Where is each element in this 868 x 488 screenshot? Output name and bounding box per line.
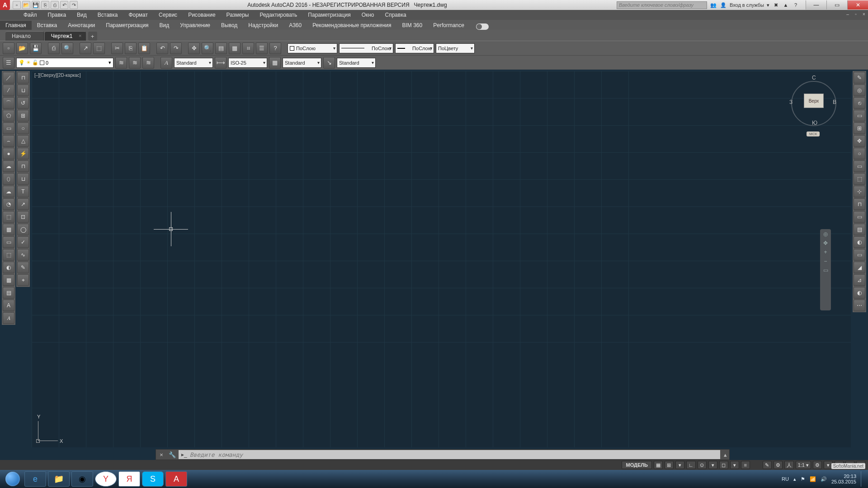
cut-button[interactable]: ✂	[111, 42, 123, 54]
open-button[interactable]: 📂	[16, 42, 28, 54]
minimize-button[interactable]: —	[806, 0, 826, 9]
ribbon-min-toggle[interactable]	[476, 23, 489, 30]
3dprint-button[interactable]: ⬚	[93, 42, 105, 54]
new-button[interactable]: ▫	[3, 42, 14, 54]
qat-save-icon[interactable]: 💾	[32, 1, 40, 9]
ribbon-tab-3[interactable]: Параметризация	[100, 21, 154, 30]
modify-tool-6[interactable]: ⚡	[17, 148, 29, 160]
doc-tab-close-icon[interactable]: ×	[79, 33, 81, 38]
modify-tool-9[interactable]: T	[17, 186, 29, 197]
calc-button[interactable]: ⌗	[242, 42, 254, 54]
mdi-minimize-icon[interactable]: –	[844, 11, 851, 17]
right-tool-11[interactable]: ▭	[854, 211, 865, 223]
layer-state-button[interactable]: ≋	[142, 57, 154, 69]
start-button[interactable]	[3, 471, 23, 487]
annoscale-button[interactable]: 1:1 ▾	[796, 461, 811, 469]
navigation-bar[interactable]: ◎ ✥ + − ▭	[820, 229, 831, 310]
modify-tool-1[interactable]: ⊔	[17, 84, 29, 96]
ribbon-tab-8[interactable]: A360	[283, 21, 307, 30]
ribbon-tab-7[interactable]: Надстройки	[243, 21, 283, 30]
tray-flag-icon[interactable]: ⚑	[801, 476, 805, 482]
right-tool-1[interactable]: ◎	[854, 84, 865, 96]
doc-tab-0[interactable]: Начало	[5, 31, 44, 41]
right-tool-12[interactable]: ▤	[854, 224, 865, 235]
mleader-style-button[interactable]: ↘	[323, 57, 335, 69]
draw-tool-10[interactable]: ◔	[3, 198, 14, 210]
draw-tool-4[interactable]: ▭	[3, 122, 14, 134]
right-tool-15[interactable]: ◢	[854, 262, 865, 273]
redo-button[interactable]: ↷	[170, 42, 182, 54]
modify-tool-0[interactable]: ⊓	[17, 72, 29, 84]
qat-print-icon[interactable]: ⎙	[51, 1, 59, 9]
right-tool-9[interactable]: ⊹	[854, 186, 865, 197]
sheetset-button[interactable]: ▤	[215, 42, 227, 54]
tool-palette-button[interactable]: ▦	[229, 42, 241, 54]
right-tool-2[interactable]: ⎋	[854, 97, 865, 109]
command-line[interactable]: × 🔧 ▸_ Введите команду ▴	[156, 449, 730, 460]
ribbon-tab-9[interactable]: Рекомендованные приложения	[307, 21, 396, 30]
draw-tool-1[interactable]: ∕	[3, 84, 14, 96]
nav-zoom-icon[interactable]: +	[824, 249, 827, 255]
taskbar-app-explorer[interactable]: 📁	[48, 471, 70, 487]
linetype-combo[interactable]: ПоСлою	[339, 43, 393, 53]
mleader-style-combo[interactable]: Standard	[337, 58, 376, 68]
taskbar-app-skype[interactable]: S	[142, 471, 164, 487]
draw-tool-12[interactable]: ▦	[3, 224, 14, 235]
qat-saveas-icon[interactable]: ⎘	[41, 1, 49, 9]
menu-справка[interactable]: Справка	[380, 12, 412, 18]
draw-tool-0[interactable]: ／	[3, 72, 14, 84]
gear-toggle[interactable]: ⚙	[813, 461, 822, 469]
modify-tool-11[interactable]: ⊡	[17, 211, 29, 223]
draw-tool-17[interactable]: ▤	[3, 287, 14, 299]
app-logo-icon[interactable]: A	[0, 0, 10, 10]
menu-формат[interactable]: Формат	[123, 12, 153, 18]
modify-tool-10[interactable]: ↗	[17, 198, 29, 210]
menu-окно[interactable]: Окно	[356, 12, 380, 18]
lang-indicator[interactable]: RU	[782, 476, 789, 482]
exchange-icon[interactable]: ✖	[772, 1, 779, 9]
draw-tool-19[interactable]: 𝐴	[3, 312, 14, 324]
layer-iso-button[interactable]: ≋	[115, 57, 127, 69]
compass-north[interactable]: С	[812, 75, 816, 81]
tray-volume-icon[interactable]: 🔊	[821, 476, 827, 482]
ortho-toggle[interactable]: ∟	[686, 461, 696, 469]
draw-tool-6[interactable]: ●	[3, 148, 14, 160]
polar-toggle[interactable]: ⊙	[698, 461, 707, 469]
right-tool-14[interactable]: ▭	[854, 249, 865, 261]
qp-toggle[interactable]: ✎	[763, 461, 772, 469]
infocenter-icon[interactable]: 👥	[710, 1, 717, 9]
menu-сервис[interactable]: Сервис	[153, 12, 183, 18]
signin-link[interactable]: Вход в службы	[730, 2, 764, 8]
draw-tool-16[interactable]: ▦	[3, 274, 14, 286]
mdi-restore-icon[interactable]: ▫	[853, 11, 859, 17]
help-icon[interactable]: ?	[792, 1, 799, 9]
taskbar-app-ya[interactable]: Я	[118, 471, 140, 487]
qat-new-icon[interactable]: ▫	[13, 1, 21, 9]
steering-wheel-icon[interactable]: ◎	[823, 231, 828, 237]
compass-south[interactable]: Ю	[812, 120, 817, 126]
status-dd1[interactable]: ▾	[675, 461, 684, 469]
menu-правка[interactable]: Правка	[42, 12, 72, 18]
right-tool-18[interactable]: ⋯	[854, 300, 865, 311]
modify-tool-8[interactable]: ⊔	[17, 173, 29, 185]
help-search-input[interactable]: Введите ключевое слово/фразу	[617, 1, 707, 9]
compass-west[interactable]: З	[789, 99, 793, 105]
right-tool-17[interactable]: ◐	[854, 287, 865, 299]
layer-prev-button[interactable]: ≋	[129, 57, 141, 69]
ribbon-tab-2[interactable]: Аннотации	[62, 21, 100, 30]
right-tool-0[interactable]: ✎	[854, 72, 865, 84]
draw-tool-14[interactable]: ⬚	[3, 249, 14, 261]
right-tool-10[interactable]: ⊓	[854, 198, 865, 210]
properties-button[interactable]: ☰	[256, 42, 268, 54]
taskbar-app-autocad[interactable]: A	[165, 471, 187, 487]
draw-tool-11[interactable]: ⬚	[3, 211, 14, 223]
modify-tool-3[interactable]: ⊞	[17, 110, 29, 122]
close-button[interactable]: ✕	[847, 0, 868, 9]
tray-network-icon[interactable]: 📶	[810, 476, 816, 482]
cmdline-history-icon[interactable]: ▴	[721, 451, 729, 458]
right-tool-3[interactable]: ▭	[854, 110, 865, 122]
modify-tool-7[interactable]: ⊓	[17, 160, 29, 172]
ribbon-tab-6[interactable]: Вывод	[216, 21, 243, 30]
menu-рисование[interactable]: Рисование	[183, 12, 221, 18]
menu-вставка[interactable]: Вставка	[92, 12, 123, 18]
